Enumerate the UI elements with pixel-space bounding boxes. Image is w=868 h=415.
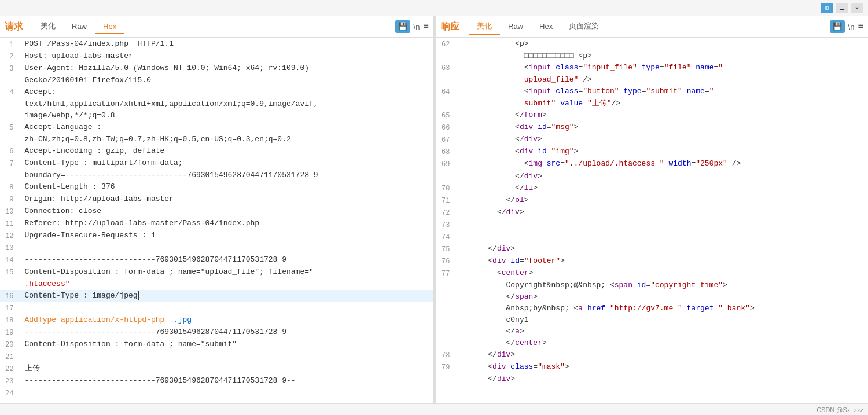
save-icon-res[interactable]: 💾 — [830, 20, 845, 33]
line-number: 77 — [436, 267, 455, 280]
line-content: <input class="input_file" type="file" na… — [455, 62, 868, 74]
line-number: 68 — [436, 146, 455, 158]
line-content: User-Agent: Mozilla/5.0 (Windows NT 10.0… — [19, 63, 433, 75]
table-row: zh-CN,zh;q=0.8,zh-TW;q=0.7,zh-HK;q=0.5,e… — [0, 134, 433, 145]
list-icon[interactable]: ☰ — [836, 3, 848, 13]
line-content: Upgrade-Insecure-Requests : 1 — [19, 230, 433, 242]
line-number — [0, 75, 19, 86]
table-row: 13 — [0, 242, 433, 254]
top-bar: ⊞ ☰ ✕ — [0, 0, 868, 16]
table-row: c0ny1 — [436, 314, 868, 326]
table-row: 8 Content-Length : 376 — [0, 181, 433, 193]
table-row: 72 </div> — [436, 207, 868, 219]
line-content: Content-Disposition : form-data ; name="… — [19, 266, 433, 278]
window-controls: ⊞ ☰ ✕ — [821, 3, 863, 13]
table-row: 67 </div> — [436, 134, 868, 146]
table-row: 23 -----------------------------76930154… — [0, 375, 433, 387]
line-number — [0, 134, 19, 145]
menu-icon-res[interactable]: ≡ — [858, 21, 863, 32]
tab-raw-res[interactable]: Raw — [500, 20, 531, 34]
line-number — [436, 314, 455, 326]
line-content: Host: upload-labs-master — [19, 50, 433, 63]
line-number — [436, 280, 455, 291]
line-number: 62 — [436, 38, 455, 50]
line-content: <div id="footer"> — [455, 255, 868, 267]
line-content: Accept-Encoding : gzip, deflate — [19, 145, 433, 157]
line-content: </center> — [455, 337, 868, 349]
line-content: </li> — [455, 182, 868, 194]
table-row: 65 </form> — [436, 109, 868, 122]
newline-icon-res[interactable]: \n — [848, 23, 855, 31]
table-row: 79 <div class="mask"> — [436, 361, 868, 373]
line-content: </a> — [455, 326, 868, 337]
line-content: -----------------------------76930154962… — [19, 254, 433, 266]
table-row: Gecko/20100101 Firefox/115.0 — [0, 75, 433, 86]
table-row: 12 Upgrade-Insecure-Requests : 1 — [0, 230, 433, 242]
line-number — [436, 373, 455, 385]
tab-beautify-req[interactable]: 美化 — [32, 19, 64, 35]
line-number — [0, 278, 19, 290]
table-row: 21 — [0, 351, 433, 363]
line-content — [455, 231, 868, 243]
line-content: <img src="../upload/.htaccess " width="2… — [455, 158, 868, 170]
tab-hex-res[interactable]: Hex — [531, 20, 561, 34]
line-content: <p> — [455, 38, 868, 50]
line-content: </div> — [455, 243, 868, 255]
grid-icon[interactable]: ⊞ — [821, 3, 833, 13]
line-number: 20 — [0, 339, 19, 351]
line-content: <input class="button" type="submit" name… — [455, 86, 868, 98]
line-number: 6 — [0, 145, 19, 157]
table-row: Copyright&nbsp;@&nbsp; <span id="copyrig… — [436, 280, 868, 291]
table-row: 14 -----------------------------76930154… — [0, 254, 433, 266]
line-content: Gecko/20100101 Firefox/115.0 — [19, 75, 433, 86]
table-row: □□□□□□□□□□□ <p> — [436, 50, 868, 62]
request-code-area[interactable]: 1 POST /Pass-04/index.php HTTP/1.1 2 Hos… — [0, 38, 433, 403]
line-content: Accept-Language : — [19, 122, 433, 134]
line-number — [436, 337, 455, 349]
line-number: 18 — [0, 314, 19, 326]
line-number: 7 — [0, 157, 19, 170]
line-content — [19, 242, 433, 254]
close-icon[interactable]: ✕ — [851, 3, 863, 13]
response-code-table: 62 <p> □□□□□□□□□□□ <p> 63 <input class="… — [436, 38, 868, 385]
table-row: upload_file" /> — [436, 74, 868, 86]
line-number: 15 — [0, 266, 19, 278]
line-content — [455, 219, 868, 231]
line-content: <div class="mask"> — [455, 361, 868, 373]
line-number: 64 — [436, 86, 455, 98]
table-row: image/webp,*/*;q=0.8 — [0, 110, 433, 122]
menu-icon-req[interactable]: ≡ — [423, 21, 429, 32]
table-row: </div> — [436, 171, 868, 182]
save-icon-req[interactable]: 💾 — [395, 20, 410, 33]
line-number: 71 — [436, 194, 455, 207]
table-row: 22 上传 — [0, 363, 433, 375]
line-number: 70 — [436, 182, 455, 194]
tab-raw-req[interactable]: Raw — [64, 20, 95, 34]
table-row: 1 POST /Pass-04/index.php HTTP/1.1 — [0, 38, 433, 50]
table-row: text/html,application/xhtml+xml,applicat… — [0, 98, 433, 110]
line-number: 12 — [0, 230, 19, 242]
response-code-area[interactable]: 62 <p> □□□□□□□□□□□ <p> 63 <input class="… — [436, 38, 868, 403]
line-number — [436, 291, 455, 303]
newline-icon-req[interactable]: \n — [414, 23, 420, 31]
line-number: 79 — [436, 361, 455, 373]
line-content: Content-Disposition : form-data ; name="… — [19, 339, 433, 351]
line-content: Origin: http://upload-labs-master — [19, 193, 433, 205]
table-row: 78 </div> — [436, 349, 868, 361]
tab-beautify-res[interactable]: 美化 — [469, 19, 500, 35]
table-row: 64 <input class="button" type="submit" n… — [436, 86, 868, 98]
table-row: 73 — [436, 219, 868, 231]
tab-hex-req[interactable]: Hex — [95, 20, 124, 34]
status-text: CSDN @Sx_zzz — [816, 406, 863, 413]
line-number: 3 — [0, 63, 19, 75]
line-number — [436, 74, 455, 86]
table-row: 9 Origin: http://upload-labs-master — [0, 193, 433, 205]
tab-render-res[interactable]: 页面渲染 — [561, 19, 607, 35]
request-title: 请求 — [5, 21, 23, 33]
line-number — [436, 303, 455, 314]
line-content: c0ny1 — [455, 314, 868, 326]
line-content: <div id="img"> — [455, 146, 868, 158]
line-number: 66 — [436, 122, 455, 134]
request-tab-bar: 美化 Raw Hex — [32, 19, 395, 35]
line-content: AddType application/x-httpd-php .jpg — [19, 314, 433, 326]
